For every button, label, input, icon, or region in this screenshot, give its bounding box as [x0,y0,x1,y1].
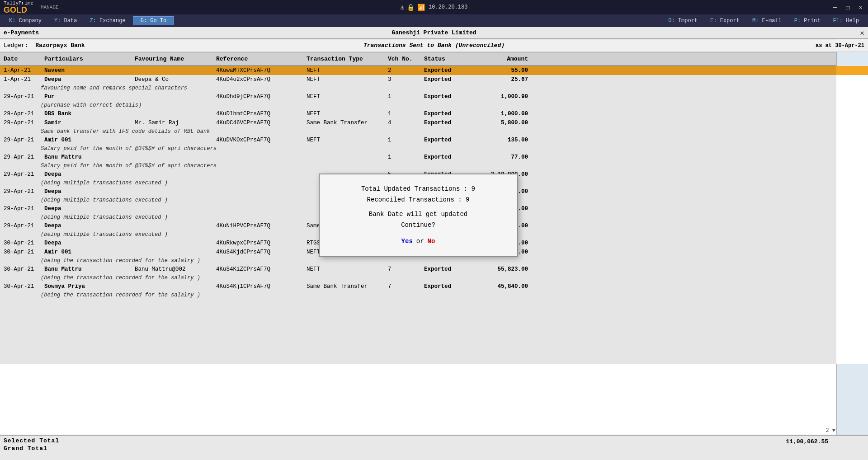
col-vch: Vch No. [388,56,424,62]
window-area: F2:Date F3:Company e-Payments Ganeshji P… [0,27,868,460]
maximize-button[interactable]: ❐ [844,4,851,11]
lock-icon: 🔒 [407,4,415,11]
window-close-button[interactable]: ✕ [860,28,864,38]
col-status: Status [424,56,474,62]
col-date: Date [4,56,44,62]
modal-line1: Total Updated Transactions : 9 [338,185,499,192]
close-button[interactable]: ✕ [857,4,864,11]
ledger-name: Razorpayx Bank [35,42,85,49]
modal-yes-button[interactable]: Yes [401,238,413,245]
company-name: Ganeshji Private Limited [392,29,476,36]
ledger-info: Ledger: Razorpayx Bank [4,42,85,49]
bottom-bar: Selected Total Grand Total 11,00,062.55 [0,435,868,460]
table-header: Date Particulars Favouring Name Referenc… [0,52,868,66]
title-bar-left: TallyPrime GOLD MANAGE [4,1,62,14]
modal-line2: Reconciled Transactions : 9 [338,196,499,203]
epayments-label: e-Payments [4,29,39,36]
modal-actions: Yes or No [338,238,499,245]
app-tier: GOLD [4,6,33,14]
transactions-container: 1-Apr-21 Naveen 4KuwaMTXCPrsAF7Q NEFT 2 … [0,66,868,364]
modal-message: Bank Date will get updated [338,211,499,218]
epayments-header: e-Payments Ganeshji Private Limited ✕ [0,27,868,39]
menu-right: O: Import E: Export M: E-mail P: Print F… [663,17,864,25]
window-title: Transactions Sent to Bank (Unreconciled) [363,42,505,49]
as-at-date: as at 30-Apr-21 [816,42,864,49]
col-favouring: Favouring Name [135,56,216,62]
col-reference: Reference [216,56,307,62]
minimize-button[interactable]: — [831,4,839,11]
col-amount: Amount [474,56,528,62]
ledger-label: Ledger: [4,42,28,49]
grand-total-label: Grand Total [4,445,59,452]
modal-no-button[interactable]: No [428,238,435,245]
menu-bar: K: Company Y: Data Z: Exchange G: Go To … [0,14,868,27]
ledger-header: Ledger: Razorpayx Bank Transactions Sent… [0,39,868,52]
scroll-value: 2 ▼ [826,427,835,434]
modal-continue: Continue? [338,221,499,229]
anchor-icon: ⚓ [401,4,404,11]
menu-export[interactable]: E: Export [705,17,745,25]
goto-button[interactable]: G: Go To [133,16,175,25]
signal-icon: 📶 [417,4,425,11]
grand-total-amount: 11,00,062.55 [786,438,828,445]
menu-email[interactable]: M: E-mail [747,17,787,25]
scroll-indicator: 2 ▼ [826,427,835,434]
col-particulars: Particulars [44,56,135,62]
manage-label: MANAGE [41,5,59,10]
title-icons: ⚓ 🔒 📶 [401,4,425,11]
menu-exchange[interactable]: Z: Exchange [84,17,131,25]
modal-or: or [416,238,424,245]
title-center: ⚓ 🔒 📶 10.20.20.183 [401,4,468,11]
selected-total-label: Selected Total [4,437,59,444]
menu-company[interactable]: K: Company [4,17,47,25]
modal-box: Total Updated Transactions : 9 Reconcile… [319,174,518,257]
col-tx-type: Transaction Type [307,56,388,62]
title-bar: TallyPrime GOLD MANAGE ⚓ 🔒 📶 10.20.20.18… [0,0,868,14]
tally-logo: TallyPrime GOLD [4,1,33,14]
ip-address: 10.20.20.183 [429,4,467,10]
title-bar-right[interactable]: — ❐ ✕ [831,4,864,11]
app-name: TallyPrime [4,1,33,6]
menu-import[interactable]: O: Import [663,17,703,25]
menu-print[interactable]: P: Print [789,17,826,25]
menu-help[interactable]: F1: Help [827,17,864,25]
modal-overlay: Total Updated Transactions : 9 Reconcile… [0,66,836,364]
menu-data[interactable]: Y: Data [49,17,82,25]
